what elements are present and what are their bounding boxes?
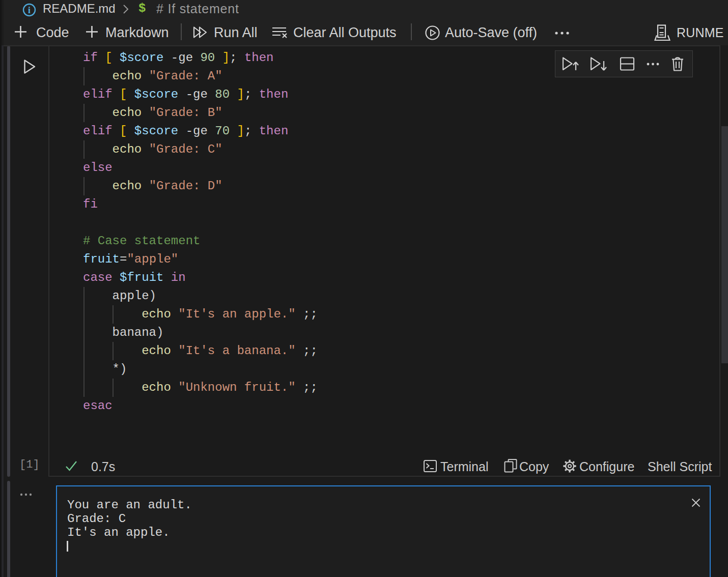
svg-text:i: i	[28, 5, 31, 15]
